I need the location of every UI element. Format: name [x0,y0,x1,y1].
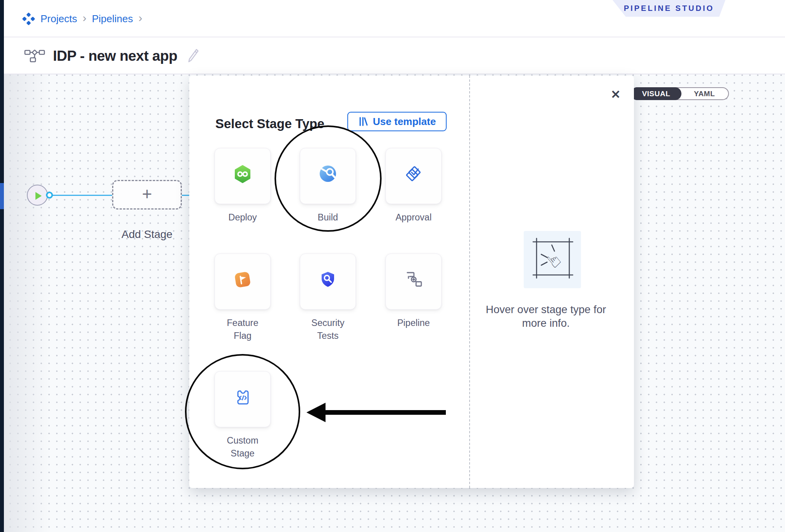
stage-label-pipeline: Pipeline [378,317,449,329]
edge-port-dot[interactable] [46,192,53,199]
select-stage-type-modal: Select Stage Type Use template [189,76,634,488]
use-template-button[interactable]: Use template [347,112,447,131]
stage-tile-pipeline[interactable] [385,254,442,310]
close-icon[interactable]: ✕ [608,87,623,102]
build-icon [319,165,337,184]
stage-tile-security-tests[interactable] [300,254,356,310]
custom-stage-icon [233,388,252,408]
plus-icon: + [142,185,152,203]
play-icon [35,192,42,200]
pipeline-start-node[interactable] [27,185,48,206]
breadcrumb-chevron-icon: › [138,12,142,25]
pipeline-studio-badge-label: PIPELINE STUDIO [624,4,714,13]
breadcrumb-projects-link[interactable]: Projects [40,13,77,25]
stage-tile-deploy[interactable] [215,148,271,204]
pipeline-diagram-icon [24,49,45,63]
breadcrumb-pipelines-link[interactable]: Pipelines [92,13,133,25]
stage-label-deploy: Deploy [208,211,278,224]
stage-tile-approval[interactable] [385,148,442,204]
pipeline-edge-line [181,195,189,196]
title-bar: IDP - new next app VISUAL YAML [4,37,785,74]
approval-icon [405,165,422,184]
stage-tile-feature-flag[interactable] [215,254,271,310]
breadcrumb-chevron-icon: › [83,12,86,25]
pipeline-studio-screen: Projects › Pipelines › PIPELINE STUDIO I… [0,0,785,532]
hover-info-text: Hover over stage type for more info. [478,303,614,330]
hover-hint-illustration: ☞ [524,231,581,288]
left-strip-highlight [0,183,4,209]
pointing-hand-icon: ☞ [541,248,567,273]
modal-title: Select Stage Type [215,116,324,131]
stage-tile-custom-stage[interactable] [215,371,271,427]
breadcrumb: Projects › Pipelines › [22,0,142,37]
stage-label-approval: Approval [378,211,449,224]
stage-label-custom-stage: CustomStage [208,434,278,460]
stage-tile-build[interactable] [300,148,356,204]
visual-yaml-toggle: VISUAL YAML [631,87,729,100]
template-library-icon [358,116,368,127]
projects-logo-icon[interactable] [22,12,35,25]
use-template-label: Use template [373,116,436,128]
left-nav-strip [0,0,4,532]
stage-label-feature-flag: FeatureFlag [208,317,278,342]
security-tests-icon [319,270,337,290]
annotation-arrow-shaft [324,410,446,415]
add-stage-node[interactable]: + [112,180,182,210]
pipeline-chained-stages-icon [405,270,422,290]
toggle-visual-button[interactable]: VISUAL [631,87,681,100]
pipeline-edge-line [52,195,113,196]
toggle-yaml-button[interactable]: YAML [681,88,728,99]
edit-pencil-icon[interactable] [187,48,199,64]
page-title: IDP - new next app [53,48,177,64]
deploy-icon [233,165,252,185]
feature-flag-icon [233,270,252,291]
add-stage-label: Add Stage [112,228,182,241]
modal-panel-divider [469,76,470,488]
annotation-arrow-head-icon [306,403,326,422]
stage-label-security-tests: SecurityTests [293,317,363,342]
pipeline-studio-badge: PIPELINE STUDIO [613,0,725,17]
stage-label-build: Build [293,211,363,224]
